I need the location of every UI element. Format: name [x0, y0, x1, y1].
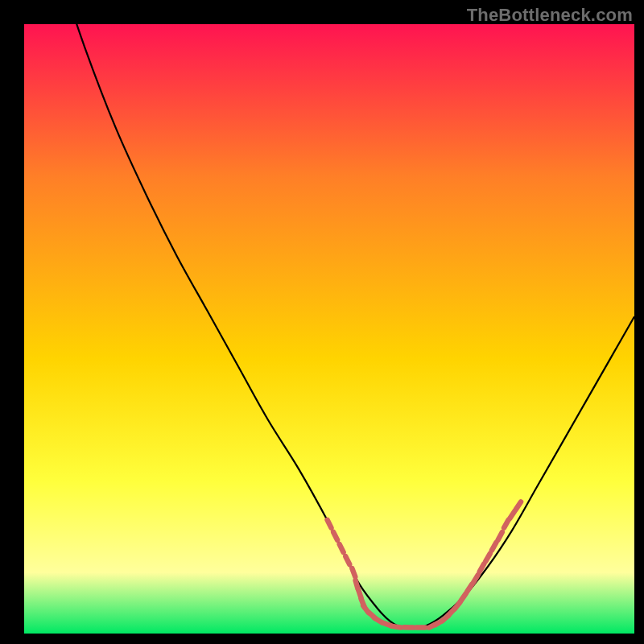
curve-marker: [328, 520, 332, 528]
plot-background: [24, 24, 634, 634]
curve-marker: [345, 556, 349, 564]
curve-marker: [498, 532, 502, 540]
curve-marker: [392, 626, 401, 628]
curve-marker: [333, 532, 337, 540]
chart-svg: [0, 0, 644, 644]
chart-stage: TheBottleneck.com: [0, 0, 644, 644]
watermark-text: TheBottleneck.com: [467, 5, 633, 26]
curve-marker: [352, 568, 355, 576]
curve-marker: [340, 544, 344, 552]
